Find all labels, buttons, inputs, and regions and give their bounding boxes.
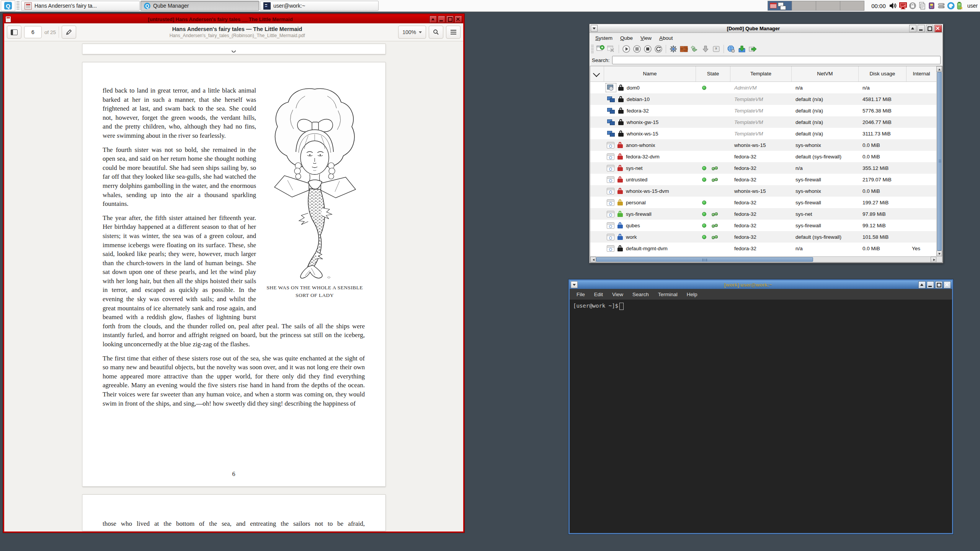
disk-icon[interactable] (938, 2, 945, 10)
taskbar-window-qube-manager[interactable]: Q Qube Manager (140, 1, 259, 11)
document-title: Hans Andersen's fairy tales — The Little… (79, 26, 395, 33)
menu-button[interactable] (446, 26, 461, 39)
close-button[interactable] (944, 281, 951, 289)
table-row[interactable]: work fedora-32 default (sys-firewall) 10… (590, 231, 936, 243)
zoom-level-dropdown[interactable]: 100% (398, 26, 426, 39)
column-header-internal[interactable]: Internal (906, 66, 936, 82)
volume-icon[interactable] (889, 2, 897, 10)
window-menu-icon[interactable] (571, 281, 578, 288)
terminal-titlebar[interactable]: [work] user@work:~ (570, 280, 952, 289)
column-header-template[interactable]: Template (730, 66, 792, 82)
clock[interactable]: 00:00 (871, 3, 886, 9)
column-header-name[interactable]: Name (604, 66, 696, 82)
update-qube-button[interactable] (701, 44, 710, 54)
horizontal-scrollbar[interactable] (590, 256, 936, 262)
table-row[interactable]: whonix-gw-15 TemplateVM default (n/a) 20… (590, 116, 936, 128)
column-header-netvm[interactable]: NetVM (792, 66, 859, 82)
menu-system[interactable]: System (592, 34, 616, 42)
qubes-menu-button[interactable]: Q (1, 0, 15, 11)
minimize-button[interactable] (927, 281, 934, 289)
global-settings-button[interactable] (726, 44, 736, 54)
pause-vm-button[interactable] (632, 44, 642, 54)
workspace-4[interactable] (840, 1, 864, 10)
edit-firewall-button[interactable] (679, 44, 689, 54)
chevron-down-icon (419, 31, 422, 33)
lock-icon[interactable] (909, 2, 916, 10)
new-qube-button[interactable] (596, 44, 606, 54)
maximize-button[interactable] (935, 281, 942, 289)
table-row[interactable]: fedora-32 TemplateVM default (n/a) 5776.… (590, 105, 936, 116)
workspace-1[interactable] (768, 1, 792, 10)
column-header-disk-usage[interactable]: Disk usage (859, 66, 906, 82)
minimize-button[interactable] (918, 25, 925, 32)
terminal-screen[interactable]: [user@work ~]$ (570, 300, 952, 533)
menu-file[interactable]: File (573, 290, 589, 299)
taskbar-window-pdf[interactable]: Hans Andersen's fairy ta... (21, 1, 140, 11)
menu-search[interactable]: Search (629, 290, 653, 299)
table-row[interactable]: whonix-ws-15 TemplateVM default (n/a) 31… (590, 128, 936, 139)
devices-icon[interactable] (928, 2, 936, 10)
table-row[interactable]: default-mgmt-dvm fedora-32 n/a 0.0 MiB Y… (590, 243, 936, 254)
taskbar-window-terminal[interactable]: user@work:~ (260, 1, 379, 11)
search-button[interactable] (429, 26, 443, 39)
keyboard-button[interactable]: a (711, 44, 721, 54)
workspace-3[interactable] (816, 1, 840, 10)
pdf-window-titlebar[interactable]: [untrusted] Hans Andersen's fairy tales … (4, 15, 463, 23)
scroll-up-button[interactable] (936, 66, 942, 72)
window-menu-icon[interactable] (591, 25, 598, 32)
annotate-button[interactable] (62, 26, 76, 39)
menu-about[interactable]: About (656, 34, 676, 42)
column-header-state[interactable]: State (696, 66, 730, 82)
page-number-input[interactable] (24, 26, 42, 38)
minimize-button[interactable] (438, 16, 445, 23)
scroll-down-button[interactable] (936, 251, 942, 256)
close-button[interactable] (934, 25, 942, 32)
restore-button[interactable] (748, 44, 758, 54)
restart-vm-button[interactable] (653, 44, 663, 54)
shade-button[interactable] (918, 281, 926, 289)
table-row[interactable]: debian-10 TemplateVM default (n/a) 4581.… (590, 93, 936, 105)
window-menu-icon[interactable] (5, 16, 11, 23)
scroll-left-button[interactable] (590, 257, 596, 262)
workspace-2[interactable] (792, 1, 816, 10)
shade-button[interactable] (909, 25, 916, 32)
menu-view[interactable]: View (608, 290, 627, 299)
menu-view[interactable]: View (637, 34, 655, 42)
menu-terminal[interactable]: Terminal (654, 290, 681, 299)
battery-icon[interactable] (957, 2, 963, 10)
scroll-right-button[interactable] (931, 257, 936, 262)
table-row[interactable]: fedora-32-dvm fedora-32 default (sys-fir… (590, 151, 936, 162)
table-row[interactable]: qubes fedora-32 sys-firewall 99.12 MiB (590, 220, 936, 231)
scrollbar-thumb[interactable] (596, 257, 813, 262)
table-row[interactable]: sys-net fedora-32 n/a 355.12 MiB (590, 162, 936, 174)
table-row[interactable]: sys-firewall fedora-32 sys-net 97.89 MiB (590, 208, 936, 220)
table-row[interactable]: dom0 AdminVM n/a n/a (590, 82, 936, 93)
vertical-scrollbar[interactable] (936, 66, 942, 256)
close-button[interactable] (455, 16, 462, 23)
clipboard-icon[interactable] (918, 2, 926, 10)
clone-qube-button[interactable] (690, 44, 700, 54)
start-vm-button[interactable] (621, 44, 631, 54)
sort-column-header[interactable] (590, 66, 604, 82)
pdf-scroll-area[interactable]: SHE WAS ON THE WHOLE A SENSIBLE SORT OF … (4, 41, 463, 531)
table-row[interactable]: untrusted fedora-32 sys-firewall 2179.07… (590, 174, 936, 185)
shutdown-vm-button[interactable] (643, 44, 653, 54)
sidebar-toggle-button[interactable] (7, 26, 21, 39)
menu-qube[interactable]: Qube (617, 34, 636, 42)
table-row[interactable]: whonix-ws-15-dvm whonix-ws-15 sys-whonix… (590, 185, 936, 197)
remove-qube-button[interactable] (606, 44, 616, 54)
shade-button[interactable] (430, 16, 437, 23)
table-row[interactable]: anon-whonix whonix-ws-15 sys-whonix 0.0 … (590, 139, 936, 151)
menu-edit[interactable]: Edit (590, 290, 607, 299)
scrollbar-thumb[interactable] (937, 72, 942, 251)
qubes-domains-icon[interactable] (899, 2, 907, 10)
qubes-updates-icon[interactable] (947, 2, 955, 10)
qube-settings-button[interactable] (668, 44, 678, 54)
maximize-button[interactable] (926, 25, 933, 32)
maximize-button[interactable] (446, 16, 454, 23)
table-row[interactable]: personal fedora-32 sys-firewall 199.27 M… (590, 197, 936, 208)
search-input[interactable] (612, 56, 941, 64)
menu-help[interactable]: Help (683, 290, 701, 299)
qube-manager-titlebar[interactable]: [Dom0] Qube Manager (590, 24, 943, 33)
backup-button[interactable] (737, 44, 747, 54)
